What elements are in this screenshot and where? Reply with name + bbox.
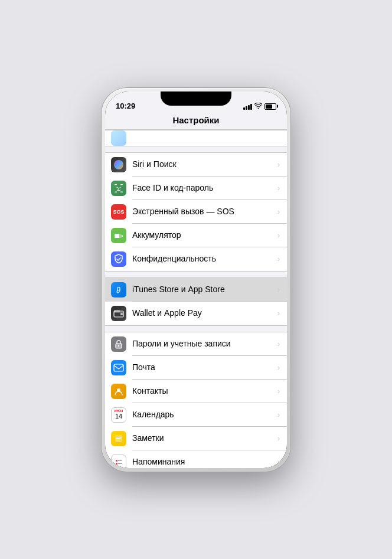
sos-row[interactable]: SOS Экстренный вызов — SOS ›	[105, 200, 287, 224]
partial-group	[105, 130, 287, 146]
notes-label: Заметки	[132, 433, 275, 443]
svg-point-23	[116, 463, 117, 465]
privacy-label: Конфиденциальность	[132, 254, 275, 264]
reminders-row[interactable]: Напоминания ›	[105, 450, 287, 468]
passwords-label: Пароли и учетные записи	[132, 339, 275, 349]
calendar-row[interactable]: ИЮН 14 Календарь ›	[105, 403, 287, 427]
svg-rect-16	[114, 364, 123, 371]
itunes-icon	[111, 282, 126, 298]
notes-icon	[111, 431, 126, 446]
sos-chevron: ›	[277, 207, 280, 216]
passwords-icon	[111, 336, 126, 352]
reminders-label: Напоминания	[132, 457, 275, 467]
mail-icon	[111, 360, 126, 375]
svg-point-15	[118, 345, 119, 346]
battery-label: Аккумулятор	[132, 230, 275, 240]
store-group: iTunes Store и App Store › Wa	[105, 277, 287, 326]
battery-icon-row	[111, 228, 126, 243]
sos-icon: SOS	[111, 204, 126, 220]
wallet-icon	[111, 306, 126, 321]
faceid-row[interactable]: Face ID и код-пароль ›	[105, 176, 287, 200]
siri-icon	[111, 157, 126, 172]
system-group: Siri и Поиск ›	[105, 152, 287, 272]
passwords-row[interactable]: Пароли и учетные записи ›	[105, 332, 287, 356]
mail-label: Почта	[132, 362, 275, 372]
calendar-icon: ИЮН 14	[111, 407, 126, 423]
status-time: 10:29	[116, 102, 135, 110]
page-title: Настройки	[172, 115, 219, 125]
calendar-chevron: ›	[277, 410, 280, 419]
wifi-icon	[254, 103, 262, 110]
calendar-label: Календарь	[132, 410, 275, 420]
contacts-chevron: ›	[277, 387, 280, 395]
mail-chevron: ›	[277, 363, 280, 372]
svg-rect-2	[115, 191, 117, 192]
contacts-row[interactable]: Контакты ›	[105, 380, 287, 403]
notch	[161, 91, 231, 106]
contacts-label: Контакты	[132, 386, 275, 396]
svg-rect-7	[115, 234, 119, 238]
signal-icon	[243, 103, 252, 110]
sos-label: Экстренный вызов — SOS	[132, 207, 275, 217]
svg-rect-10	[114, 310, 120, 312]
siri-row[interactable]: Siri и Поиск ›	[105, 153, 287, 176]
svg-rect-8	[122, 235, 123, 237]
faceid-icon	[111, 181, 126, 196]
svg-point-5	[120, 187, 121, 188]
phone-inner: 10:29	[105, 91, 287, 468]
battery-chevron: ›	[277, 231, 280, 240]
reminders-icon	[111, 455, 126, 468]
status-icons	[243, 103, 276, 110]
screen: 10:29	[105, 91, 287, 468]
svg-point-22	[116, 460, 117, 462]
wallet-label: Wallet и Apple Pay	[132, 308, 275, 318]
privacy-row[interactable]: Конфиденциальность ›	[105, 247, 287, 271]
nav-bar: Настройки	[105, 113, 287, 130]
contacts-icon	[111, 384, 126, 399]
mail-row[interactable]: Почта ›	[105, 356, 287, 380]
battery-row[interactable]: Аккумулятор ›	[105, 224, 287, 247]
svg-rect-3	[120, 191, 123, 192]
svg-point-4	[117, 187, 118, 188]
apps-group: Пароли и учетные записи › Почта ›	[105, 332, 287, 468]
notes-chevron: ›	[277, 434, 280, 443]
svg-rect-11	[120, 313, 123, 315]
reminders-chevron: ›	[277, 457, 280, 466]
wallet-chevron: ›	[277, 309, 280, 318]
faceid-chevron: ›	[277, 184, 280, 192]
phone-frame: 10:29	[102, 88, 290, 472]
passwords-chevron: ›	[277, 339, 280, 348]
faceid-label: Face ID и код-пароль	[132, 183, 275, 193]
settings-content[interactable]: Siri и Поиск ›	[105, 130, 287, 468]
privacy-chevron: ›	[277, 254, 280, 263]
partial-row	[105, 130, 287, 146]
privacy-icon	[111, 251, 126, 267]
notes-row[interactable]: Заметки ›	[105, 427, 287, 450]
battery-icon	[264, 103, 276, 110]
siri-label: Siri и Поиск	[132, 159, 275, 169]
siri-chevron: ›	[277, 160, 280, 169]
svg-rect-1	[120, 184, 123, 185]
svg-rect-0	[115, 184, 117, 185]
itunes-chevron: ›	[277, 285, 280, 294]
wallet-row[interactable]: Wallet и Apple Pay ›	[105, 302, 287, 325]
itunes-label: iTunes Store и App Store	[132, 285, 275, 295]
itunes-row[interactable]: iTunes Store и App Store ›	[105, 278, 287, 302]
